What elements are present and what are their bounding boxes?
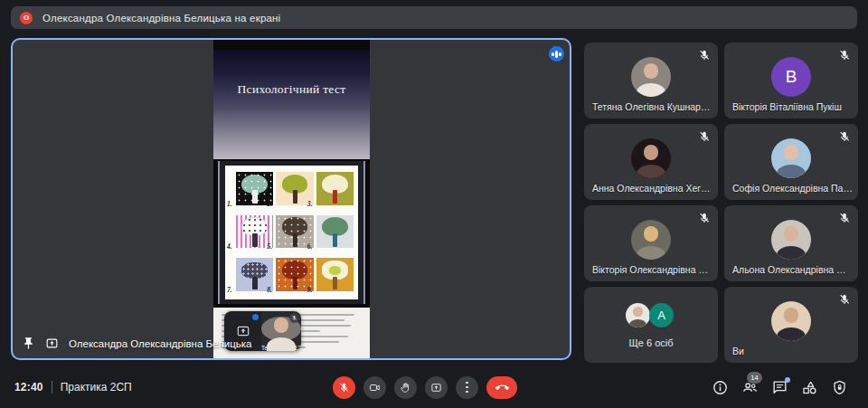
meet-app: О Олександра Олександрівна Белицька на е… [0,0,868,408]
mic-off-icon [838,49,851,62]
presenting-banner-text: Олександра Олександрівна Белицька на екр… [42,13,280,24]
host-controls-button[interactable] [831,379,848,396]
call-end-icon [495,381,509,394]
raise-hand-icon [400,382,411,394]
meeting-panels: 14 [712,366,848,408]
avatar [771,138,811,178]
tree-number: 4. [227,242,232,251]
camera-icon [369,382,381,394]
raise-hand-button[interactable] [394,376,417,399]
avatar [631,138,671,178]
mic-off-icon [338,382,350,394]
bottom-bar: 12:40 Практика 2СП [0,366,868,408]
participants-count-badge: 14 [747,372,762,384]
tree-cell: 9. [316,258,354,291]
participant-tile[interactable]: Тетяна Олегівна Кушнар… [584,43,718,119]
participant-name: Вікторія Олександрівна … [592,264,712,275]
meeting-name: Практика 2СП [61,381,132,394]
tree-number: 9. [307,286,313,294]
presenting-banner: О Олександра Олександрівна Белицька на е… [11,6,857,29]
participants-sidebar: Тетяна Олегівна Кушнар… В Вікторія Вітал… [584,43,863,363]
tree-image [316,258,354,291]
tree-number: 3. [307,200,313,208]
meeting-info: 12:40 Практика 2СП [14,366,132,408]
participant-name: Тетяна Олегівна Кушнар… [592,101,712,112]
clock: 12:40 [14,381,43,394]
chat-button[interactable] [771,379,788,396]
avatar [631,220,671,260]
participant-tile[interactable]: Альона Олександрівна … [724,205,858,281]
leave-call-button[interactable] [486,376,517,399]
more-participants-label: Ще 6 осіб [584,337,718,348]
tree-image [316,172,354,205]
participant-name: Анна Олександрівна Хег… [592,183,712,194]
more-options-icon [466,382,468,394]
present-button[interactable] [425,376,448,399]
tree-number: 6. [307,242,313,251]
mic-off-icon [838,130,851,143]
chat-unread-dot [785,377,790,383]
participant-tile[interactable]: Анна Олександрівна Хег… [584,124,718,200]
tree-number: 1. [227,200,232,208]
activities-button[interactable] [801,379,818,396]
participants-button[interactable]: 14 [741,379,759,396]
call-controls [333,366,517,408]
pip-audio-dot [252,314,259,320]
tree-number: 8. [267,286,272,294]
avatar: В [771,57,811,97]
mic-off-icon [698,212,711,224]
avatar-letter: А [649,303,674,327]
tree-grid: 1. 2. 3. [225,166,358,299]
meeting-details-button[interactable] [712,379,729,396]
tree-number: 7. [227,286,232,294]
participant-name: Софія Олександрівна Па… [732,183,853,194]
avatar [631,57,671,97]
tree-cell: 6. [316,215,354,249]
divider [52,381,52,394]
pip-participants-tile[interactable]: Тетяна Ол +12 [261,311,301,351]
avatar [771,301,811,341]
present-to-screen-icon [45,337,59,350]
participant-name: Альона Олександрівна … [732,264,853,275]
tree-cell: 3. [316,172,354,205]
avatar [626,303,650,327]
tree-image [316,215,354,249]
tree-number: 2. [267,200,272,208]
participant-tile[interactable]: В Вікторія Віталіївна Пукіш [724,43,858,119]
mic-off-icon [838,293,851,306]
present-to-screen-icon [430,382,442,394]
avatar [771,220,811,260]
group-avatars: А [626,303,676,328]
mic-toggle-button[interactable] [333,376,355,399]
presenter-name: Олександра Олександрівна Белицька [69,338,252,349]
tree-number: 5. [267,242,272,251]
more-options-button[interactable] [456,376,478,399]
pin-icon [22,337,35,350]
participant-name: Ви [732,346,853,356]
mic-off-icon [698,130,711,143]
presentation-tile[interactable]: Психологічний тест 1. 2. [11,38,571,360]
mic-off-icon [838,212,851,224]
camera-toggle-button[interactable] [363,376,386,399]
activities-icon [801,379,818,396]
participant-name: Вікторія Віталіївна Пукіш [732,101,853,112]
mic-off-icon [289,313,299,323]
slide-title-text: Психологічний тест [238,82,346,159]
participant-tile[interactable]: Софія Олександрівна Па… [724,124,858,200]
info-icon [712,379,729,396]
slide-title: Психологічний тест [213,50,370,159]
audio-indicator-icon [549,46,564,62]
participant-tile[interactable]: Вікторія Олександрівна … [584,205,718,281]
more-participants-tile[interactable]: А Ще 6 осіб [584,287,718,363]
slide-trees: 1. 2. 3. [218,161,365,304]
shield-lock-icon [831,379,848,396]
presenter-name-row: Олександра Олександрівна Белицька [22,337,252,350]
mic-off-icon [698,49,711,62]
self-tile[interactable]: Ви [724,287,858,363]
presenter-avatar-badge: О [20,12,33,24]
